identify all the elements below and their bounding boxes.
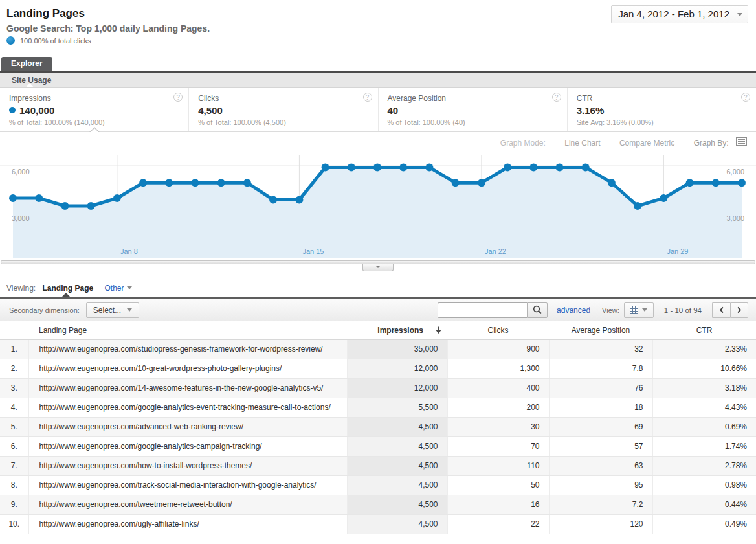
row-rank: 8. xyxy=(0,475,28,495)
table-row: 2. http://www.eugenoprea.com/10-great-wo… xyxy=(0,359,756,378)
ctr-cell: 10.66% xyxy=(652,359,756,378)
next-page-button[interactable] xyxy=(730,302,748,318)
metric-card[interactable]: CTR 3.16% Site Avg: 3.16% (0.00%) xyxy=(568,88,756,131)
impressions-cell: 5,500 xyxy=(347,398,447,417)
chart-collapse-handle[interactable] xyxy=(362,264,394,271)
row-rank: 9. xyxy=(0,495,28,514)
average-position-cell: 57 xyxy=(549,436,652,456)
viewing-selected-notch xyxy=(62,293,70,297)
impressions-timeseries-chart[interactable]: 3,0003,0006,0006,000Jan 8Jan 15Jan 22Jan… xyxy=(0,153,756,260)
viewing-other-dropdown[interactable]: Other xyxy=(105,284,132,293)
column-header-average-position[interactable]: Average Position xyxy=(549,321,652,339)
metric-value: 4,500 xyxy=(198,105,370,116)
row-rank: 5. xyxy=(0,417,28,436)
column-header-ctr[interactable]: CTR xyxy=(652,321,756,339)
rank-column-header xyxy=(0,321,28,339)
landing-page-url[interactable]: http://www.eugenoprea.com/google-analyti… xyxy=(28,436,347,456)
grid-view-icon xyxy=(630,306,638,314)
clicks-cell: 70 xyxy=(447,436,549,456)
clicks-cell: 22 xyxy=(447,514,549,534)
tab-row: Explorer xyxy=(0,57,756,71)
landing-page-url[interactable]: http://www.eugenoprea.com/ugly-affiliate… xyxy=(28,514,347,534)
chevron-down-icon xyxy=(127,286,132,289)
landing-page-url[interactable]: http://www.eugenoprea.com/how-to-install… xyxy=(28,456,347,475)
landing-page-url[interactable]: http://www.eugenoprea.com/14-awesome-fea… xyxy=(28,378,347,398)
graph-mode-line-chart[interactable]: Line Chart xyxy=(564,139,600,148)
ctr-cell: 0.49% xyxy=(652,514,756,534)
secondary-dimension-label: Secondary dimension: xyxy=(9,306,80,314)
row-rank: 4. xyxy=(0,398,28,417)
help-icon[interactable] xyxy=(552,93,561,102)
series-legend: 100.00% of total clicks xyxy=(6,36,748,45)
compare-metric-button[interactable]: Compare Metric xyxy=(619,139,674,148)
metric-value: 140,000 xyxy=(9,105,181,116)
landing-pages-report: Landing Pages Google Search: Top 1,000 d… xyxy=(0,0,756,534)
average-position-cell: 95 xyxy=(549,475,652,495)
sort-descending-icon xyxy=(435,326,442,334)
impressions-cell: 35,000 xyxy=(347,339,447,359)
metric-card[interactable]: Clicks 4,500 % of Total: 100.00% (4,500) xyxy=(189,88,378,131)
search-button[interactable] xyxy=(527,302,548,318)
column-header-impressions[interactable]: Impressions xyxy=(347,321,447,339)
table-row: 6. http://www.eugenoprea.com/google-anal… xyxy=(0,436,756,456)
pagination-count: 1 - 10 of 94 xyxy=(664,306,702,314)
view-table-button[interactable] xyxy=(624,302,654,318)
search-icon xyxy=(533,305,542,315)
landing-page-url[interactable]: http://www.eugenoprea.com/track-social-m… xyxy=(28,475,347,495)
graph-by-day-icon[interactable] xyxy=(736,133,747,153)
landing-page-url[interactable]: http://www.eugenoprea.com/advanced-web-r… xyxy=(28,417,347,436)
help-icon[interactable] xyxy=(363,93,372,102)
metric-subtext: % of Total: 100.00% (4,500) xyxy=(198,119,370,126)
impressions-cell: 12,000 xyxy=(347,359,447,378)
table-row: 10. http://www.eugenoprea.com/ugly-affil… xyxy=(0,514,756,534)
landing-page-url[interactable]: http://www.eugenoprea.com/10-great-wordp… xyxy=(28,359,347,378)
landing-page-url[interactable]: http://www.eugenoprea.com/google-analyti… xyxy=(28,398,347,417)
svg-text:Jan 29: Jan 29 xyxy=(667,247,688,255)
svg-text:6,000: 6,000 xyxy=(12,168,30,176)
table-row: 3. http://www.eugenoprea.com/14-awesome-… xyxy=(0,378,756,398)
impressions-cell: 4,500 xyxy=(347,514,447,534)
impressions-cell: 4,500 xyxy=(347,436,447,456)
search-input[interactable] xyxy=(438,302,527,318)
prev-page-button[interactable] xyxy=(712,302,730,318)
metric-card[interactable]: Average Position 40 % of Total: 100.00% … xyxy=(379,88,568,131)
ctr-cell: 0.44% xyxy=(652,495,756,514)
viewing-landing-page[interactable]: Landing Page xyxy=(42,284,93,293)
metric-subtext: Site Avg: 3.16% (0.00%) xyxy=(577,119,748,126)
clicks-cell: 110 xyxy=(447,456,549,475)
help-icon[interactable] xyxy=(741,93,750,102)
svg-text:3,000: 3,000 xyxy=(12,214,30,222)
landing-page-url[interactable]: http://www.eugenoprea.com/tweetmeme-retw… xyxy=(28,495,347,514)
row-rank: 1. xyxy=(0,339,28,359)
secondary-dimension-select[interactable]: Select... xyxy=(86,302,139,318)
table-row: 4. http://www.eugenoprea.com/google-anal… xyxy=(0,398,756,417)
subtab-bar: Site Usage xyxy=(0,73,756,88)
date-range-picker[interactable]: Jan 4, 2012 - Feb 1, 2012 xyxy=(611,5,748,23)
chart-scrollbar xyxy=(0,260,756,276)
help-icon[interactable] xyxy=(173,93,183,102)
clicks-cell: 200 xyxy=(447,398,549,417)
landing-pages-table: Landing Page Impressions Clicks Average … xyxy=(0,321,756,534)
graph-by-label: Graph By: xyxy=(694,139,729,148)
view-label: View: xyxy=(602,306,619,314)
table-row: 8. http://www.eugenoprea.com/track-socia… xyxy=(0,475,756,495)
row-rank: 6. xyxy=(0,436,28,456)
table-row: 9. http://www.eugenoprea.com/tweetmeme-r… xyxy=(0,495,756,514)
clicks-cell: 30 xyxy=(447,417,549,436)
average-position-cell: 76 xyxy=(549,378,652,398)
column-header-clicks[interactable]: Clicks xyxy=(447,321,549,339)
column-header-landing-page[interactable]: Landing Page xyxy=(28,321,347,339)
viewing-label: Viewing: xyxy=(6,284,36,293)
row-rank: 2. xyxy=(0,359,28,378)
tab-explorer[interactable]: Explorer xyxy=(1,57,52,71)
metric-cards-row: Impressions 140,000 % of Total: 100.00% … xyxy=(0,88,756,132)
svg-text:Jan 22: Jan 22 xyxy=(485,247,506,255)
metric-card[interactable]: Impressions 140,000 % of Total: 100.00% … xyxy=(0,88,189,131)
landing-page-url[interactable]: http://www.eugenoprea.com/studiopress-ge… xyxy=(28,339,347,359)
advanced-link[interactable]: advanced xyxy=(557,306,590,315)
clicks-cell: 900 xyxy=(447,339,549,359)
table-toolbar: Secondary dimension: Select... advanced … xyxy=(0,299,756,321)
chevron-down-icon xyxy=(127,308,132,312)
chevron-down-icon xyxy=(737,13,742,16)
metric-subtext: % of Total: 100.00% (40) xyxy=(388,119,559,126)
